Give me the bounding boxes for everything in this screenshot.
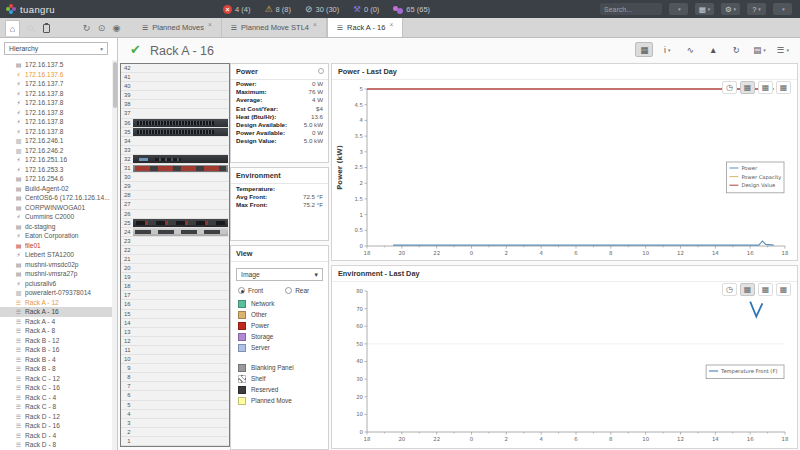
rack-image-button[interactable]: ▦ xyxy=(635,42,653,57)
week-view-button[interactable]: ▦ xyxy=(758,283,773,296)
view-mode-select[interactable]: Image ▾ xyxy=(236,268,323,281)
refresh-icon[interactable] xyxy=(318,68,324,74)
report-dropdown-button[interactable]: ▤▾ xyxy=(750,42,769,57)
tree-item[interactable]: ⚡172.16.137.8 xyxy=(0,127,112,137)
tree-item[interactable]: ☰Rack A - 16 xyxy=(0,307,112,317)
metrics-button[interactable]: ∿ xyxy=(681,42,699,57)
list-dropdown-button[interactable]: ☰▾ xyxy=(774,42,792,57)
rack-device-switch-u36[interactable] xyxy=(133,119,228,127)
close-icon[interactable]: × xyxy=(313,21,317,28)
tree-item[interactable]: ☰Rack D - 8 xyxy=(0,440,112,450)
tree-item[interactable]: ☰Rack D - 4 xyxy=(0,431,112,441)
tree-item[interactable]: ⚡Eaton Corporation xyxy=(0,231,112,241)
tree-item[interactable]: ⚡Liebert STA1200 xyxy=(0,250,112,260)
front-radio[interactable]: Front xyxy=(238,287,263,294)
home-button[interactable]: ⌂ xyxy=(5,20,20,36)
brand[interactable]: tuangru xyxy=(6,4,55,15)
month-view-button[interactable]: ▦ xyxy=(776,81,791,94)
tree-item[interactable]: ⚡172.16.137.8 xyxy=(0,117,112,127)
save-menu-button[interactable]: ▦▾ xyxy=(695,3,714,15)
day-view-button[interactable]: ▦ xyxy=(740,283,755,296)
settings-menu-button[interactable]: ⚙▾ xyxy=(721,3,740,15)
power-icon: ⚡ xyxy=(15,109,22,116)
list-icon: ☰ xyxy=(777,45,785,55)
tree-item[interactable]: ☰Rack A - 4 xyxy=(0,317,112,327)
history-button[interactable]: ⊙ xyxy=(95,18,108,38)
tree-item[interactable]: ☰Rack B - 12 xyxy=(0,336,112,346)
tree-item[interactable]: ⚡172.16.137.6 xyxy=(0,70,112,80)
tree-item[interactable]: ⚡pclusrallv6 xyxy=(0,279,112,289)
day-view-button[interactable]: ▦ xyxy=(740,81,755,94)
tree-item[interactable]: ⚡172.16.253.3 xyxy=(0,165,112,175)
history-button[interactable]: ◷ xyxy=(722,81,737,94)
legend-item: Reserved xyxy=(231,384,328,395)
rack-device-server-u32[interactable] xyxy=(133,155,228,163)
info-button[interactable]: ◉ xyxy=(110,18,123,38)
tree-item[interactable]: ⚡172.16.137.7 xyxy=(0,79,112,89)
search-menu-button[interactable]: ▾ xyxy=(669,3,688,15)
scrollbar-thumb[interactable] xyxy=(113,62,117,108)
tree-item[interactable]: ☰Rack B - 8 xyxy=(0,364,112,374)
month-view-button[interactable]: ▦ xyxy=(776,283,791,296)
tree-item[interactable]: ▤mushni-vmsdc02p xyxy=(0,260,112,270)
tree-item[interactable]: ☰Rack C - 16 xyxy=(0,383,112,393)
rack-device-server-u31[interactable] xyxy=(133,165,228,173)
refresh-button[interactable]: ↻ xyxy=(727,42,745,57)
power-menu-button[interactable]: ▾ xyxy=(773,3,792,15)
tree-item[interactable]: ⚡172.16.137.8 xyxy=(0,108,112,118)
rack-unit-row: 17 xyxy=(121,291,229,300)
tree-item[interactable]: ⚡172.16.137.8 xyxy=(0,98,112,108)
search-button[interactable] xyxy=(22,20,37,36)
tree-item[interactable]: ▤mushni-vmsra27p xyxy=(0,269,112,279)
tree-item[interactable]: ⚡Cummins C2000 xyxy=(0,212,112,222)
tree-item-label: Rack D - 8 xyxy=(25,441,56,448)
tree-item[interactable]: ☰Rack D - 12 xyxy=(0,412,112,422)
users-badge[interactable]: 65 (65) xyxy=(393,5,430,14)
history-button[interactable]: ◷ xyxy=(722,283,737,296)
stat-label: Est Cost/Year: xyxy=(236,105,278,113)
tree-item[interactable]: ☰Rack C - 8 xyxy=(0,402,112,412)
clipboard-button[interactable] xyxy=(39,20,54,36)
tree-item[interactable]: ▤172.16.254.6 xyxy=(0,174,112,184)
stat-value: 0 W xyxy=(312,80,323,88)
tree-item[interactable]: ▥poweralert-079378014 xyxy=(0,288,112,298)
tree-item[interactable]: ☰Rack B - 4 xyxy=(0,355,112,365)
rack-device-server-u25[interactable] xyxy=(133,219,228,227)
tree-item[interactable]: ▤CORPWINWOGA01 xyxy=(0,203,112,213)
tree-item[interactable]: ▤file01 xyxy=(0,241,112,251)
tree-item[interactable]: ⚡172.16.251.16 xyxy=(0,155,112,165)
tree-item[interactable]: ☰Rack C - 12 xyxy=(0,374,112,384)
maintenance-badge[interactable]: ⚒0 (0) xyxy=(353,5,379,14)
tree-item[interactable]: ▤dc-staging xyxy=(0,222,112,232)
tree-item[interactable]: ☰Rack B - 16 xyxy=(0,345,112,355)
tree-scrollbar[interactable] xyxy=(112,60,117,450)
week-view-button[interactable]: ▦ xyxy=(758,81,773,94)
close-icon[interactable]: × xyxy=(389,21,393,28)
rack-device-server-u24[interactable] xyxy=(133,228,228,236)
tree-item[interactable]: ▤CentOS6-6 (172.16.126.14... xyxy=(0,193,112,203)
critical-badge[interactable]: ×4 (4) xyxy=(223,5,250,14)
help-menu-button[interactable]: ?▾ xyxy=(747,3,766,15)
tree-item[interactable]: ☰Rack A - 12 xyxy=(0,298,112,308)
tree-item[interactable]: ▤172.16.137.5 xyxy=(0,60,112,70)
rack-device-switch-u35[interactable] xyxy=(133,128,228,136)
unreachable-badge[interactable]: ⊘30 (30) xyxy=(305,5,339,14)
tree-item[interactable]: ▤Build-Agent-02 xyxy=(0,184,112,194)
tree-item[interactable]: ▥172.16.246.1 xyxy=(0,136,112,146)
tab-planned-moves[interactable]: ☰Planned Moves× xyxy=(133,18,222,37)
info-dropdown-button[interactable]: i▾ xyxy=(658,42,676,57)
tab-rack-a-16[interactable]: ☰Rack A - 16× xyxy=(327,18,403,37)
tab-planned-move-stl4[interactable]: ☰Planned Move STL4× xyxy=(222,18,327,37)
tree-item[interactable]: ☰Rack A - 8 xyxy=(0,326,112,336)
warning-badge[interactable]: ⚠8 (8) xyxy=(264,5,291,14)
close-icon[interactable]: × xyxy=(208,21,212,28)
refresh-button[interactable]: ↻ xyxy=(80,18,93,38)
tree-item[interactable]: ▥172.16.246.2 xyxy=(0,146,112,156)
alerts-button[interactable]: ▲ xyxy=(704,42,722,57)
tree-item[interactable]: ☰Rack D - 16 xyxy=(0,421,112,431)
tree-item[interactable]: ☰Rack C - 4 xyxy=(0,393,112,403)
tree-view-select[interactable]: Hierarchy ▾ xyxy=(4,42,108,55)
search-input[interactable] xyxy=(600,3,662,15)
rear-radio[interactable]: Rear xyxy=(285,287,309,294)
tree-item[interactable]: ⚡172.16.137.8 xyxy=(0,89,112,99)
